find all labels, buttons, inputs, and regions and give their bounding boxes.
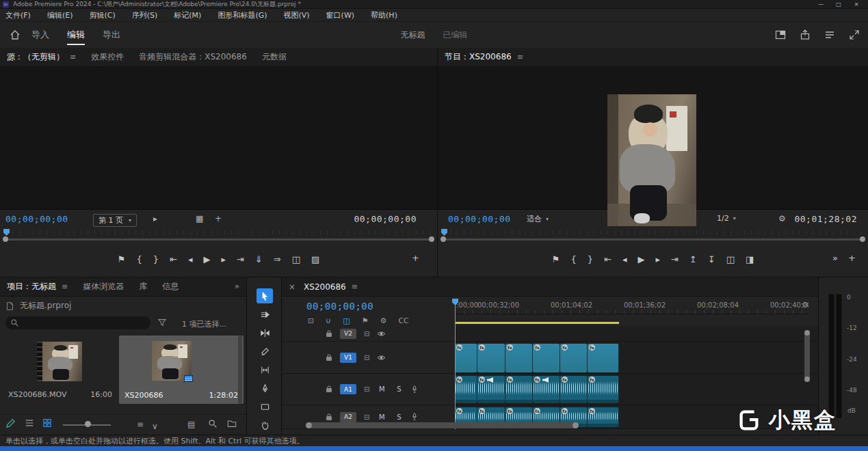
track-target-button-a2[interactable]: A2 (340, 412, 356, 422)
tab-project[interactable]: 项目：无标题 (7, 281, 56, 292)
program-current-timecode[interactable]: 00;00;00;00 (448, 214, 511, 224)
hand-tool[interactable] (257, 418, 273, 433)
plus-icon[interactable]: + (215, 214, 222, 223)
play-indicator-icon[interactable]: ▸ (153, 214, 157, 223)
step-forward-button[interactable]: ▸ (221, 254, 226, 264)
button-editor-button[interactable]: + (848, 253, 856, 263)
workspaces-icon[interactable] (824, 29, 835, 40)
tab-metadata[interactable]: 元数据 (262, 51, 287, 63)
go-to-out-button[interactable]: ⇥ (671, 254, 679, 264)
menu-help[interactable]: 帮助(H) (371, 10, 397, 20)
add-marker-button[interactable]: ⚑ (552, 254, 560, 264)
go-to-out-button[interactable]: ⇥ (237, 254, 244, 264)
zoom-level-select[interactable]: 适合 ▾ (527, 214, 549, 224)
sequence-name[interactable]: XS200686 (124, 391, 163, 400)
project-item-sequence[interactable]: XS200686 1:28:02 (119, 336, 244, 404)
panel-menu-icon[interactable]: ≡ (70, 53, 76, 62)
panel-menu-icon[interactable]: ≡ (62, 282, 68, 291)
zoom-handle-right[interactable] (860, 236, 865, 242)
audio-clip[interactable]: fx (505, 376, 533, 403)
workspace-tab-import[interactable]: 导入 (31, 29, 49, 41)
solo-button[interactable]: S (394, 413, 404, 421)
panel-menu-icon[interactable]: ≡ (517, 53, 523, 62)
panel-layout-icon[interactable] (775, 29, 786, 40)
video-clip[interactable]: fx (505, 344, 533, 372)
tab-timeline-sequence[interactable]: XS200686 (304, 282, 346, 292)
more-buttons-overflow[interactable]: » (832, 253, 838, 263)
search-box[interactable] (5, 316, 150, 329)
sequence-thumbnail[interactable] (152, 341, 192, 381)
tab-program-monitor[interactable]: 节目：XS200686 (445, 51, 512, 63)
audio-clip[interactable]: fx (455, 376, 477, 403)
mark-out-button[interactable]: } (153, 254, 159, 264)
step-back-button[interactable]: ◂ (188, 254, 193, 264)
razor-tool[interactable] (257, 344, 273, 359)
create-search-bin-icon[interactable] (157, 318, 167, 327)
menu-sequence[interactable]: 序列(S) (132, 10, 158, 20)
lift-button[interactable]: ↥ (689, 254, 697, 264)
playback-resolution-select[interactable]: 1/2 ▾ (717, 214, 736, 223)
export-frame-button[interactable]: ◫ (292, 254, 300, 264)
track-target-button-v2[interactable]: V2 (340, 329, 356, 339)
go-to-in-button[interactable]: ⇤ (170, 254, 177, 264)
project-writable-pencil-icon[interactable] (5, 418, 16, 428)
search-input[interactable] (22, 318, 145, 327)
track-lock-icon[interactable] (326, 354, 332, 361)
maximize-button[interactable]: □ (830, 1, 847, 8)
menu-clip[interactable]: 剪辑(C) (89, 10, 115, 20)
fullscreen-icon[interactable] (849, 29, 860, 40)
linked-selection-icon[interactable]: ◫ (343, 316, 350, 325)
project-vertical-scrollbar[interactable] (238, 336, 242, 404)
new-bin-icon[interactable] (227, 419, 237, 428)
quick-export-icon[interactable] (800, 29, 811, 40)
settings-wrench-icon[interactable]: ⚙ (778, 214, 786, 223)
timeline-vertical-scrollbar[interactable] (804, 331, 810, 381)
tab-audio-clip-mixer[interactable]: 音频剪辑混合器：XS200686 (139, 51, 247, 63)
source-current-timecode[interactable]: 00;00;00;00 (5, 214, 68, 224)
timeline-horizontal-scrollbar[interactable] (306, 422, 578, 428)
panel-menu-icon[interactable]: ≡ (352, 282, 358, 291)
solo-button[interactable]: S (394, 385, 404, 393)
track-lock-icon[interactable] (326, 385, 332, 393)
tab-source-monitor[interactable]: 源：（无剪辑） (7, 51, 64, 63)
mute-button[interactable]: M (377, 385, 386, 393)
project-path-row[interactable]: 无标题.prproj (5, 300, 71, 312)
menu-edit[interactable]: 编辑(E) (47, 10, 73, 20)
button-editor-button[interactable]: + (412, 253, 419, 263)
audio-clip[interactable]: fx (560, 376, 588, 403)
video-clip[interactable]: fx (533, 344, 560, 372)
workspace-tab-export[interactable]: 导出 (103, 29, 120, 41)
track-target-button-a1[interactable]: A1 (340, 384, 356, 394)
track-select-forward-tool[interactable] (257, 307, 273, 322)
source-scrubber[interactable] (0, 229, 437, 247)
program-playhead-caret[interactable] (441, 229, 447, 236)
extract-button[interactable]: ↧ (708, 254, 715, 264)
video-clip[interactable]: fx (477, 344, 505, 372)
track-lock-icon[interactable] (326, 330, 332, 338)
captions-icon[interactable]: CC (398, 316, 408, 325)
menu-markers[interactable]: 标记(M) (174, 10, 201, 20)
timeline-ruler[interactable]: :00;00 00;00;32;00 00;01;04;02 00;01;36;… (455, 298, 808, 314)
menu-window[interactable]: 窗口(W) (326, 10, 354, 20)
tab-overflow-icon[interactable]: » (235, 282, 239, 291)
list-view-icon[interactable] (25, 418, 34, 428)
tab-effect-controls[interactable]: 效果控件 (91, 51, 124, 63)
source-zoom-bar[interactable] (5, 238, 432, 241)
menu-file[interactable]: 文件(F) (5, 10, 31, 20)
icon-view-icon[interactable] (42, 418, 52, 428)
tab-info[interactable]: 信息 (162, 281, 179, 292)
tab-libraries[interactable]: 库 (139, 281, 147, 292)
clip-name[interactable]: XS200686.MOV (8, 390, 67, 399)
pen-tool[interactable] (257, 381, 273, 396)
audio-clip[interactable]: fx (588, 407, 619, 427)
video-clip[interactable]: fx (588, 344, 619, 372)
settings-grid-icon[interactable]: ▦ (196, 214, 203, 223)
audio-clip[interactable]: fx (588, 376, 619, 403)
mark-in-button[interactable]: { (136, 254, 142, 264)
ripple-edit-tool[interactable] (257, 325, 273, 340)
add-marker-icon[interactable]: ⚑ (362, 316, 369, 325)
slip-tool[interactable] (257, 362, 273, 377)
clip-thumbnail[interactable] (37, 342, 82, 381)
timeline-timecode[interactable]: 00;00;00;00 (306, 301, 373, 312)
nest-toggle-icon[interactable]: ⊡ (308, 316, 314, 325)
